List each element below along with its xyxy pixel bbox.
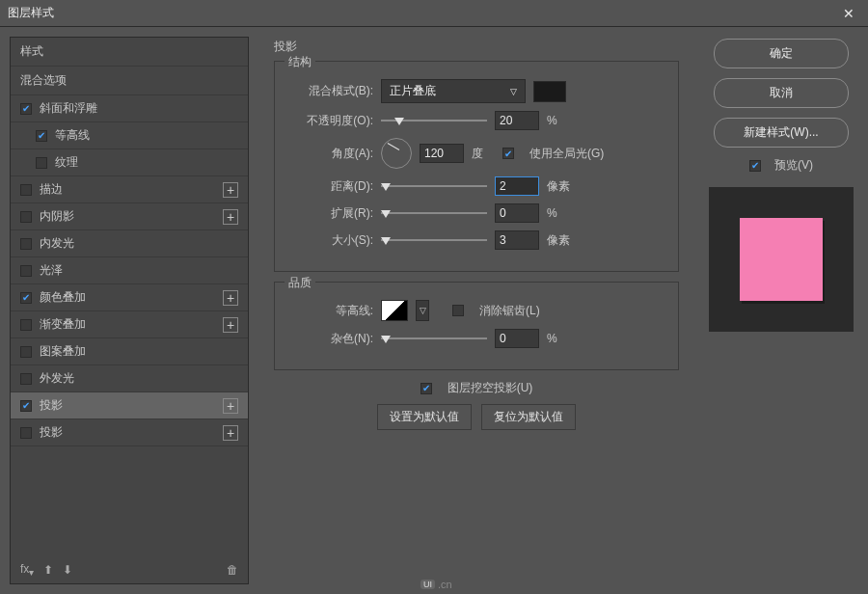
quality-legend: 品质 — [285, 275, 315, 291]
global-light-label: 使用全局光(G) — [529, 146, 604, 162]
style-checkbox[interactable] — [20, 238, 32, 250]
style-checkbox[interactable] — [20, 184, 32, 196]
knockout-checkbox[interactable]: ✔ — [420, 383, 432, 394]
style-label: 光泽 — [40, 262, 63, 279]
window-title: 图层样式 — [8, 5, 54, 21]
opacity-input[interactable] — [495, 111, 539, 130]
style-checkbox[interactable] — [20, 346, 32, 358]
style-checkbox[interactable] — [20, 265, 32, 277]
noise-unit: % — [547, 332, 570, 345]
style-label: 等高线 — [55, 127, 90, 144]
contour-dropdown[interactable]: ▽ — [416, 300, 429, 321]
style-item-1[interactable]: 等高线 — [11, 122, 248, 149]
close-icon[interactable]: ✕ — [837, 6, 860, 21]
style-label: 投影 — [40, 424, 63, 441]
add-effect-icon[interactable]: + — [223, 398, 238, 414]
chevron-down-icon: ▽ — [510, 87, 517, 96]
add-effect-icon[interactable]: + — [223, 317, 238, 333]
blend-mode-select[interactable]: 正片叠底▽ — [381, 79, 526, 103]
style-item-10[interactable]: 外发光 — [11, 365, 248, 392]
blend-options-header[interactable]: 混合选项 — [11, 67, 248, 95]
distance-input[interactable] — [495, 176, 539, 196]
shadow-color-swatch[interactable] — [533, 81, 566, 102]
size-unit: 像素 — [547, 232, 570, 249]
preview-box — [709, 187, 854, 332]
antialias-label: 消除锯齿(L) — [479, 303, 540, 319]
spread-slider[interactable] — [381, 206, 487, 220]
style-item-6[interactable]: 光泽 — [11, 257, 248, 284]
set-default-button[interactable]: 设置为默认值 — [377, 404, 472, 430]
style-checkbox[interactable] — [20, 319, 32, 331]
global-light-checkbox[interactable]: ✔ — [502, 148, 514, 159]
add-effect-icon[interactable]: + — [223, 209, 238, 225]
style-label: 颜色叠加 — [40, 289, 86, 306]
styles-header[interactable]: 样式 — [11, 38, 248, 67]
noise-label: 杂色(N): — [286, 331, 373, 347]
style-label: 内阴影 — [40, 208, 74, 225]
panel-title: 投影 — [274, 39, 679, 55]
size-slider[interactable] — [381, 233, 487, 247]
style-checkbox[interactable] — [20, 292, 32, 304]
opacity-slider[interactable] — [381, 114, 487, 127]
add-effect-icon[interactable]: + — [223, 290, 238, 306]
style-item-5[interactable]: 内发光 — [11, 230, 248, 257]
opacity-unit: % — [547, 114, 570, 127]
contour-picker[interactable] — [381, 300, 408, 321]
distance-slider[interactable] — [381, 179, 487, 193]
style-label: 纹理 — [55, 154, 78, 171]
style-item-11[interactable]: 投影+ — [11, 392, 248, 419]
style-checkbox[interactable] — [20, 373, 32, 385]
angle-unit: 度 — [472, 146, 495, 162]
antialias-checkbox[interactable] — [452, 305, 464, 316]
noise-slider[interactable] — [381, 332, 487, 345]
ok-button[interactable]: 确定 — [714, 39, 849, 68]
blend-mode-label: 混合模式(B): — [286, 83, 373, 99]
style-item-4[interactable]: 内阴影+ — [11, 203, 248, 230]
arrow-up-icon[interactable]: ⬆ — [43, 563, 53, 577]
size-input[interactable] — [495, 230, 539, 250]
knockout-label: 图层挖空投影(U) — [448, 380, 533, 396]
style-checkbox[interactable] — [36, 157, 47, 169]
style-item-7[interactable]: 颜色叠加+ — [11, 284, 248, 311]
preview-checkbox[interactable]: ✔ — [749, 160, 761, 172]
trash-icon[interactable]: 🗑 — [227, 563, 238, 577]
style-label: 描边 — [40, 181, 63, 198]
arrow-down-icon[interactable]: ⬇ — [63, 563, 72, 577]
style-label: 渐变叠加 — [40, 316, 86, 333]
style-item-12[interactable]: 投影+ — [11, 419, 248, 446]
add-effect-icon[interactable]: + — [223, 182, 238, 198]
style-item-8[interactable]: 渐变叠加+ — [11, 311, 248, 338]
preview-swatch — [740, 218, 823, 301]
distance-label: 距离(D): — [286, 178, 373, 195]
fx-menu[interactable]: fx▾ — [20, 562, 34, 578]
style-label: 投影 — [40, 397, 63, 414]
style-item-2[interactable]: 纹理 — [11, 149, 248, 176]
style-item-9[interactable]: 图案叠加 — [11, 338, 248, 365]
noise-input[interactable] — [495, 329, 539, 348]
preview-label: 预览(V) — [774, 157, 813, 174]
style-checkbox[interactable] — [36, 130, 47, 142]
distance-unit: 像素 — [547, 178, 570, 195]
style-item-3[interactable]: 描边+ — [11, 176, 248, 203]
opacity-label: 不透明度(O): — [286, 113, 373, 129]
spread-input[interactable] — [495, 203, 539, 223]
reset-default-button[interactable]: 复位为默认值 — [481, 404, 576, 430]
size-label: 大小(S): — [286, 232, 373, 249]
structure-legend: 结构 — [285, 54, 315, 70]
add-effect-icon[interactable]: + — [223, 425, 238, 441]
style-checkbox[interactable] — [20, 427, 32, 439]
style-item-0[interactable]: 斜面和浮雕 — [11, 95, 248, 122]
angle-dial[interactable] — [381, 138, 412, 169]
angle-label: 角度(A): — [286, 146, 373, 162]
spread-label: 扩展(R): — [286, 205, 373, 222]
spread-unit: % — [547, 206, 570, 220]
style-checkbox[interactable] — [20, 211, 32, 223]
angle-input[interactable] — [420, 144, 464, 163]
style-checkbox[interactable] — [20, 103, 32, 115]
style-checkbox[interactable] — [20, 400, 32, 412]
watermark: UI.cn — [420, 579, 452, 590]
cancel-button[interactable]: 取消 — [714, 78, 849, 108]
new-style-button[interactable]: 新建样式(W)... — [714, 118, 849, 148]
style-label: 内发光 — [40, 235, 74, 252]
style-label: 图案叠加 — [40, 343, 86, 360]
